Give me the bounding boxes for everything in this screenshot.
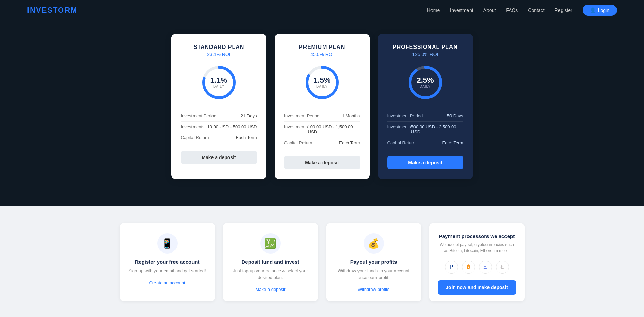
professional-plan-roi: 125.0% ROI bbox=[387, 52, 463, 57]
standard-detail-0: Investment Period 21 Days bbox=[181, 111, 257, 122]
nav-register[interactable]: Register bbox=[555, 7, 572, 13]
withdraw-profits-link[interactable]: Withdraw profits bbox=[358, 287, 389, 292]
premium-circle: 1.5% DAILY bbox=[303, 64, 341, 101]
payment-icons-row: P ₿ Ξ Ł bbox=[438, 261, 516, 274]
steps-section: 📱 Register your free account Sign up wit… bbox=[0, 206, 644, 317]
nav-faqs[interactable]: FAQs bbox=[506, 7, 518, 13]
step-payout-desc: Withdraw your funds to your account once… bbox=[334, 267, 413, 281]
nav-about[interactable]: About bbox=[483, 7, 496, 13]
deposit-icon: 💹 bbox=[260, 233, 281, 254]
make-deposit-link[interactable]: Make a deposit bbox=[255, 287, 285, 292]
step-register-desc: Sign up with your email and get started! bbox=[128, 267, 207, 274]
premium-detail-2: Capital Return Each Term bbox=[284, 137, 360, 148]
step-register-card: 📱 Register your free account Sign up wit… bbox=[120, 223, 215, 301]
payout-icon: 💰 bbox=[364, 233, 384, 254]
create-account-link[interactable]: Create an account bbox=[149, 280, 185, 285]
professional-deposit-button[interactable]: Make a deposit bbox=[387, 156, 463, 169]
premium-daily: DAILY bbox=[313, 85, 330, 89]
payment-desc: We accept paypal, cryptocurrencies such … bbox=[438, 242, 516, 254]
payment-title: Payment processors we accept bbox=[438, 233, 516, 239]
logo: INVESTORM bbox=[27, 6, 77, 15]
user-icon: 👤 bbox=[590, 7, 596, 13]
register-icon: 📱 bbox=[157, 233, 178, 254]
professional-plan-name: PROFESSIONAL PLAN bbox=[387, 44, 463, 50]
premium-plan-roi: 45.0% ROI bbox=[284, 52, 360, 57]
premium-percent: 1.5% bbox=[313, 76, 330, 85]
professional-detail-0: Investment Period 50 Days bbox=[387, 111, 463, 122]
professional-percent: 2.5% bbox=[417, 76, 434, 85]
standard-plan-card: STANDARD PLAN 23.1% ROI 1.1% DAILY Inves… bbox=[171, 34, 266, 179]
standard-deposit-button[interactable]: Make a deposit bbox=[181, 151, 257, 164]
step-deposit-title: Deposit fund and invest bbox=[231, 259, 310, 265]
premium-plan-name: PREMIUM PLAN bbox=[284, 44, 360, 50]
login-button[interactable]: 👤 Login bbox=[583, 5, 617, 16]
payment-card: Payment processors we accept We accept p… bbox=[429, 223, 525, 301]
standard-details: Investment Period 21 Days Investments 10… bbox=[181, 111, 257, 143]
plans-section: STANDARD PLAN 23.1% ROI 1.1% DAILY Inves… bbox=[0, 20, 644, 206]
professional-circle: 2.5% DAILY bbox=[407, 64, 444, 101]
professional-daily: DAILY bbox=[417, 85, 434, 89]
logo-accent: ORM bbox=[58, 6, 77, 14]
navbar: INVESTORM Home Investment About FAQs Con… bbox=[0, 0, 644, 20]
premium-details: Investment Period 1 Months Investments 1… bbox=[284, 111, 360, 148]
standard-plan-roi: 23.1% ROI bbox=[181, 52, 257, 57]
paypal-icon: P bbox=[445, 261, 458, 274]
step-deposit-desc: Just top up your balance & select your d… bbox=[231, 267, 310, 281]
professional-detail-1: Investments 500.00 USD - 2,500.00 USD bbox=[387, 122, 463, 137]
professional-circle-wrapper: 2.5% DAILY bbox=[387, 64, 463, 101]
nav-contact[interactable]: Contact bbox=[528, 7, 544, 13]
premium-circle-wrapper: 1.5% DAILY bbox=[284, 64, 360, 101]
nav-home[interactable]: Home bbox=[427, 7, 440, 13]
nav-links: Home Investment About FAQs Contact Regis… bbox=[427, 5, 617, 16]
standard-detail-2: Capital Return Each Term bbox=[181, 132, 257, 143]
bitcoin-icon: ₿ bbox=[462, 261, 475, 274]
premium-plan-card: PREMIUM PLAN 45.0% ROI 1.5% DAILY Invest… bbox=[275, 34, 370, 179]
premium-deposit-button[interactable]: Make a deposit bbox=[284, 156, 360, 169]
step-payout-card: 💰 Payout your profits Withdraw your fund… bbox=[326, 223, 421, 301]
standard-daily: DAILY bbox=[210, 85, 227, 89]
litecoin-icon: Ł bbox=[496, 261, 509, 274]
ethereum-icon: Ξ bbox=[479, 261, 492, 274]
premium-detail-0: Investment Period 1 Months bbox=[284, 111, 360, 122]
standard-detail-1: Investments 10.00 USD - 500.00 USD bbox=[181, 122, 257, 132]
professional-details: Investment Period 50 Days Investments 50… bbox=[387, 111, 463, 148]
step-payout-title: Payout your profits bbox=[334, 259, 413, 265]
professional-detail-2: Capital Return Each Term bbox=[387, 137, 463, 148]
standard-circle-wrapper: 1.1% DAILY bbox=[181, 64, 257, 101]
step-deposit-card: 💹 Deposit fund and invest Just top up yo… bbox=[223, 223, 318, 301]
standard-circle: 1.1% DAILY bbox=[200, 64, 238, 101]
professional-plan-card: PROFESSIONAL PLAN 125.0% ROI 2.5% DAILY … bbox=[378, 34, 473, 179]
nav-investment[interactable]: Investment bbox=[450, 7, 473, 13]
premium-detail-1: Investments 100.00 USD - 1,500.00 USD bbox=[284, 122, 360, 137]
standard-plan-name: STANDARD PLAN bbox=[181, 44, 257, 50]
join-now-button[interactable]: Join now and make deposit bbox=[438, 280, 516, 295]
logo-main: INVEST bbox=[27, 6, 58, 14]
step-register-title: Register your free account bbox=[128, 259, 207, 265]
standard-percent: 1.1% bbox=[210, 76, 227, 85]
